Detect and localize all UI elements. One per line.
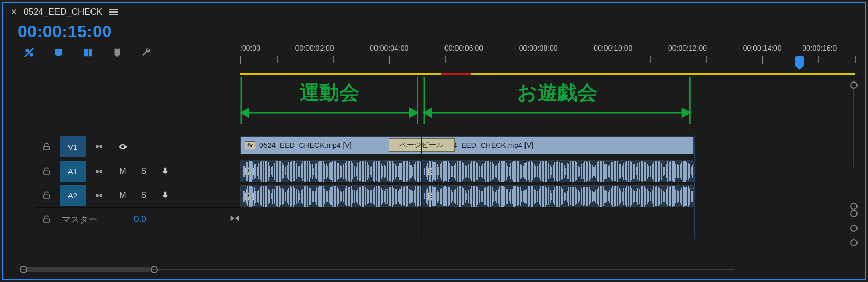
v-scroll-bottom[interactable] (850, 203, 858, 210)
settings-wrench-icon[interactable] (140, 46, 153, 59)
audio-clip[interactable]: fx (421, 185, 694, 207)
v-zoom-top[interactable] (850, 210, 858, 217)
video-clip[interactable]: fx0524_EED_CHECK.mp4 [V] (421, 136, 694, 154)
lock-toggle[interactable] (35, 215, 59, 224)
snap-icon[interactable] (52, 46, 65, 59)
vertical-zoom-scroll[interactable] (845, 75, 863, 253)
lock-toggle[interactable] (35, 185, 59, 206)
horizontal-navigator[interactable] (15, 264, 739, 275)
track-label-a2[interactable]: A2 (60, 185, 86, 206)
track-label-v1[interactable]: V1 (60, 136, 86, 157)
track-header-v1: V1 (35, 135, 240, 159)
svg-rect-13 (99, 146, 100, 147)
sync-lock-icon[interactable] (87, 185, 112, 206)
audio-clip[interactable]: fx (240, 185, 421, 207)
svg-rect-20 (96, 194, 99, 197)
close-tab-icon[interactable]: ✕ (10, 7, 17, 17)
track-a1[interactable]: fxfx (240, 159, 737, 184)
playhead-line (694, 135, 695, 239)
svg-rect-12 (100, 145, 103, 148)
ruler-label: 00:00:06:00 (444, 44, 483, 52)
ruler-label: :00:00 (240, 44, 260, 52)
svg-rect-19 (44, 195, 50, 198)
track-visibility-icon[interactable] (113, 136, 133, 157)
sync-lock-icon[interactable] (87, 161, 112, 182)
playhead-indicator[interactable] (795, 56, 804, 66)
time-ruler[interactable]: :00:0000:00:02:0000:00:04:0000:00:06:000… (240, 44, 853, 75)
master-db-value[interactable]: 0.0 (134, 214, 146, 225)
svg-rect-16 (100, 170, 103, 173)
ruler-label: 00:00:14:00 (743, 44, 782, 52)
solo-toggle[interactable]: S (134, 185, 154, 206)
mute-toggle[interactable]: M (113, 161, 133, 182)
current-timecode[interactable]: 00:00:15:00 (3, 21, 865, 41)
ruler-label: 00:00:08:00 (519, 44, 558, 52)
track-headers: V1 A1 M S A2 M S マスター 0.0 (35, 135, 240, 231)
master-track-row: マスター 0.0 (35, 208, 240, 231)
voice-over-icon[interactable] (155, 161, 176, 182)
svg-marker-9 (682, 109, 690, 117)
svg-rect-10 (44, 146, 50, 150)
svg-marker-3 (241, 109, 248, 117)
mute-toggle[interactable]: M (113, 185, 133, 206)
svg-rect-22 (99, 195, 100, 196)
track-a2[interactable]: fxfx (240, 184, 737, 209)
svg-rect-24 (44, 219, 50, 222)
svg-rect-15 (96, 170, 99, 173)
audio-clip[interactable]: fx (421, 160, 694, 182)
svg-rect-14 (44, 171, 50, 174)
marker-icon[interactable] (111, 46, 123, 59)
h-navigator-right-knob[interactable] (151, 266, 158, 273)
ruler-label: 00:00:12:00 (668, 44, 707, 52)
master-label: マスター (59, 214, 121, 226)
track-header-a1: A1 M S (35, 159, 240, 183)
v-zoom-bottom[interactable] (850, 239, 858, 246)
track-v1[interactable]: fx0524_EED_CHECK.mp4 [V]fx0524_EED_CHECK… (240, 135, 737, 159)
annotation-range: 運動会 (240, 77, 418, 124)
clip-boundary (421, 135, 422, 239)
ruler-label: 00:00:10:00 (593, 44, 632, 52)
ruler-label: 00:00:16:0 (802, 44, 837, 52)
track-header-a2: A2 M S (35, 183, 240, 207)
insert-overwrite-icon[interactable] (23, 46, 36, 59)
panel-menu-icon[interactable] (109, 9, 118, 15)
fx-badge-icon[interactable]: fx (245, 141, 255, 149)
svg-marker-4 (410, 109, 417, 117)
lock-toggle[interactable] (35, 136, 59, 157)
annotation-range: お遊戯会 (423, 77, 691, 124)
v-zoom-mid[interactable] (850, 225, 858, 232)
annotation-overlay: 運動会お遊戯会 (240, 77, 737, 125)
voice-over-icon[interactable] (155, 185, 176, 206)
lock-toggle[interactable] (35, 161, 59, 182)
bowtie-icon[interactable] (230, 214, 240, 225)
clip-title: 0524_EED_CHECK.mp4 [V] (259, 141, 352, 149)
svg-rect-21 (100, 194, 103, 197)
track-label-a1[interactable]: A1 (60, 161, 86, 182)
sequence-tab-title[interactable]: 0524_EED_CHECK (24, 7, 102, 17)
svg-rect-11 (96, 145, 99, 148)
svg-marker-8 (424, 109, 431, 117)
ruler-label: 00:00:02:00 (295, 44, 334, 52)
sync-lock-icon[interactable] (87, 136, 112, 157)
svg-rect-17 (99, 171, 100, 172)
h-navigator-left-knob[interactable] (20, 266, 27, 273)
ruler-label: 00:00:04:00 (370, 44, 408, 52)
solo-toggle[interactable]: S (134, 161, 154, 182)
linked-selection-icon[interactable] (82, 46, 94, 59)
audio-clip[interactable]: fx (240, 160, 421, 182)
timeline-tracks[interactable]: fx0524_EED_CHECK.mp4 [V]fx0524_EED_CHECK… (240, 135, 737, 239)
v-scroll-top[interactable] (850, 81, 858, 89)
